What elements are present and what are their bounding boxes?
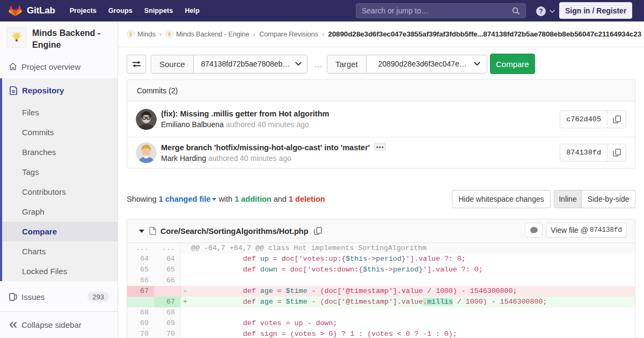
svg-text:?: ? [539,8,543,15]
